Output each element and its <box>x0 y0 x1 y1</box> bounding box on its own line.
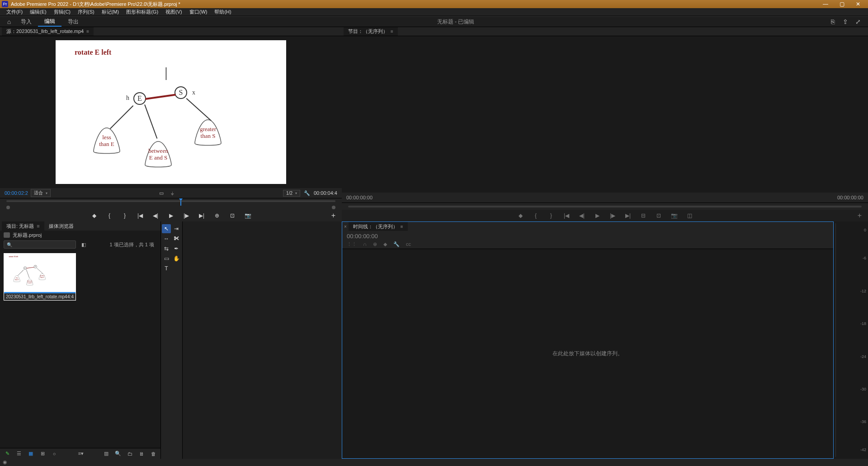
video-only-icon[interactable]: ▭ <box>157 189 165 197</box>
freeform-view-icon[interactable]: ⊞ <box>39 450 46 457</box>
menu-markers[interactable]: 标记(M) <box>98 8 123 16</box>
snap-icon[interactable]: ⋮⋮ <box>347 241 357 247</box>
menu-window[interactable]: 窗口(W) <box>186 8 211 16</box>
find-icon[interactable]: 🔍 <box>114 450 122 457</box>
menu-edit[interactable]: 编辑(E) <box>26 8 50 16</box>
mark-out-icon[interactable]: } <box>547 212 555 219</box>
export-frame-icon[interactable]: 📷 <box>244 212 251 219</box>
program-timecode-left[interactable]: 00:00:00:00 <box>346 195 373 200</box>
panel-menu-icon[interactable]: ≡ <box>391 29 393 34</box>
bin-icon[interactable] <box>4 232 10 238</box>
quick-export-icon[interactable]: ⎘ <box>826 18 839 25</box>
add-transport-button[interactable]: + <box>858 212 862 220</box>
ripple-tool-icon[interactable]: ↔ <box>162 234 171 243</box>
slip-tool-icon[interactable]: ⇆ <box>162 244 171 253</box>
maximize-button[interactable]: ▢ <box>834 0 850 8</box>
menu-view[interactable]: 视图(V) <box>162 8 186 16</box>
step-back-icon[interactable]: ◀| <box>152 212 159 219</box>
marker-add-icon[interactable]: ⊕ <box>373 241 377 247</box>
comparison-icon[interactable]: ◫ <box>686 212 693 219</box>
workspace-import[interactable]: 导入 <box>14 17 38 27</box>
source-video-area[interactable]: rotate E left E S h x les <box>0 36 342 188</box>
menu-graphics[interactable]: 图形和标题(G) <box>123 8 162 16</box>
play-icon[interactable]: ▶ <box>167 212 175 219</box>
linked-selection-icon[interactable]: ∩ <box>363 241 367 247</box>
tab-project[interactable]: 项目: 无标题≡ <box>2 221 44 231</box>
zoom-slider-icon[interactable]: ○ <box>51 450 58 457</box>
new-search-bin-icon[interactable]: ◧ <box>80 241 88 248</box>
sync-status-icon[interactable]: ◉ <box>3 459 9 466</box>
mark-in-icon[interactable]: { <box>106 212 113 219</box>
settings-icon[interactable]: ◆ <box>383 241 387 247</box>
menu-help[interactable]: 帮助(H) <box>211 8 235 16</box>
source-timecode[interactable]: 00:00:02:2 <box>5 190 28 196</box>
step-back-icon[interactable]: ◀| <box>578 212 585 219</box>
add-transport-button[interactable]: + <box>331 212 335 220</box>
pen-tool-icon[interactable]: ✒ <box>172 244 181 253</box>
hand-tool-icon[interactable]: ✋ <box>172 254 181 263</box>
go-to-in-icon[interactable]: |◀ <box>563 212 570 219</box>
list-view-icon[interactable]: ☰ <box>15 450 23 457</box>
panel-menu-icon[interactable]: ≡ <box>401 224 403 229</box>
new-bin-icon[interactable]: 🗀 <box>126 450 133 457</box>
share-icon[interactable]: ⇪ <box>839 18 852 25</box>
timeline-drop-area[interactable]: 在此处放下媒体以创建序列。 <box>342 249 833 458</box>
insert-icon[interactable]: ⊕ <box>213 212 221 219</box>
mark-in-icon[interactable]: { <box>532 212 539 219</box>
source-time-ruler[interactable] <box>0 198 342 210</box>
go-to-out-icon[interactable]: ▶| <box>624 212 632 219</box>
go-to-in-icon[interactable]: |◀ <box>137 212 144 219</box>
wrench-icon[interactable]: 🔧 <box>303 189 311 197</box>
marker-icon[interactable]: ◆ <box>90 212 98 219</box>
wrench-icon[interactable]: 🔧 <box>393 241 400 247</box>
timeline-tab[interactable]: 时间线：（无序列）≡ <box>349 222 408 231</box>
playhead-icon[interactable] <box>178 198 182 205</box>
icon-view-icon[interactable]: ▦ <box>27 450 34 457</box>
razor-tool-icon[interactable]: ✀ <box>172 234 181 243</box>
workspace-export[interactable]: 导出 <box>61 17 85 27</box>
tab-media-browser[interactable]: 媒体浏览器 <box>44 221 78 231</box>
search-input[interactable]: 🔍 <box>4 240 76 249</box>
track-select-tool-icon[interactable]: ⇥ <box>172 224 181 233</box>
play-icon[interactable]: ▶ <box>594 212 601 219</box>
overwrite-icon[interactable]: ⊡ <box>229 212 236 219</box>
step-forward-icon[interactable]: |▶ <box>609 212 616 219</box>
write-status-icon[interactable]: ✎ <box>4 450 11 457</box>
lift-icon[interactable]: ⊟ <box>640 212 647 219</box>
go-to-out-icon[interactable]: ▶| <box>198 212 205 219</box>
program-video-area[interactable] <box>342 36 868 193</box>
workspace-edit[interactable]: 编辑 <box>38 17 61 27</box>
rectangle-tool-icon[interactable]: ▭ <box>162 254 171 263</box>
panel-menu-icon[interactable]: ≡ <box>37 223 39 229</box>
extract-icon[interactable]: ⊡ <box>655 212 662 219</box>
home-icon[interactable]: ⌂ <box>4 18 14 25</box>
minimize-button[interactable]: — <box>817 0 834 8</box>
marker-icon[interactable]: ◆ <box>517 212 524 219</box>
step-forward-icon[interactable]: |▶ <box>183 212 190 219</box>
menu-file[interactable]: 文件(F) <box>3 8 26 16</box>
tab-close-icon[interactable]: × <box>344 224 347 229</box>
timeline-panel[interactable]: × 时间线：（无序列）≡ 00:00:00:00 ⋮⋮ ∩ ⊕ ◆ 🔧 cc <box>342 221 834 459</box>
selection-tool-icon[interactable]: ↖ <box>162 224 171 233</box>
panel-menu-icon[interactable]: ≡ <box>86 29 89 34</box>
close-button[interactable]: ✕ <box>850 0 866 8</box>
timeline-timecode[interactable]: 00:00:00:00 <box>347 233 829 240</box>
new-item-icon[interactable]: 🗎 <box>138 450 145 457</box>
audio-only-icon[interactable]: ⏚ <box>168 189 176 197</box>
zoom-dropdown[interactable]: 1/2▾ <box>283 190 300 197</box>
caption-icon[interactable]: cc <box>406 241 411 247</box>
type-tool-icon[interactable]: T <box>162 264 171 273</box>
source-tab[interactable]: 源：20230531_llrb_left_rotate.mp4 ≡ <box>2 27 94 36</box>
sort-icon[interactable]: ≡▾ <box>77 450 85 457</box>
clip-thumbnail[interactable]: rotate E left E S less than E between E … <box>4 253 76 301</box>
export-frame-icon[interactable]: 📷 <box>670 212 678 219</box>
fit-dropdown[interactable]: 适合▾ <box>31 189 51 197</box>
breadcrumb[interactable]: 无标题.prproj <box>13 232 42 239</box>
fullscreen-icon[interactable]: ⤢ <box>852 18 864 25</box>
trash-icon[interactable]: 🗑 <box>150 450 157 457</box>
menu-sequence[interactable]: 序列(S) <box>74 8 98 16</box>
menu-clip[interactable]: 剪辑(C) <box>50 8 74 16</box>
mark-out-icon[interactable]: } <box>121 212 128 219</box>
automate-icon[interactable]: ▥ <box>103 450 110 457</box>
program-tab[interactable]: 节目：（无序列）≡ <box>344 27 398 36</box>
